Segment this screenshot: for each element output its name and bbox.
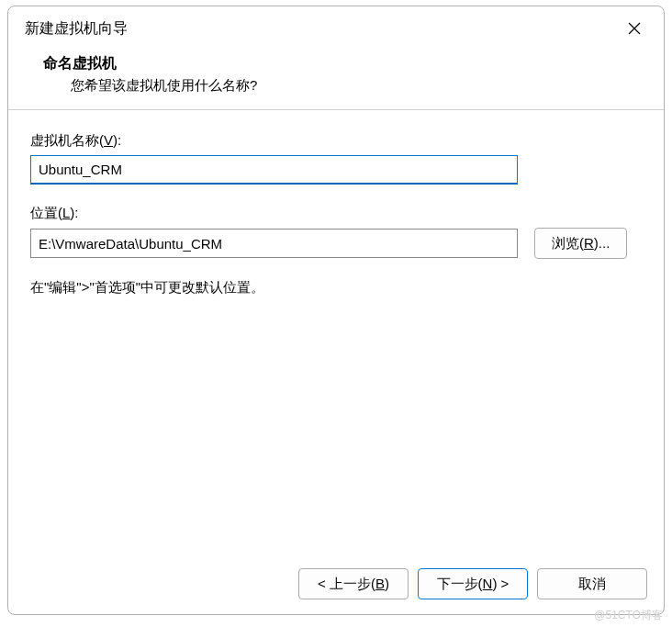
vm-name-input[interactable]	[30, 155, 518, 185]
watermark: @51CTO博客	[594, 608, 663, 623]
wizard-header: 命名虚拟机 您希望该虚拟机使用什么名称?	[8, 47, 664, 109]
next-button[interactable]: 下一步(N) >	[418, 568, 528, 599]
browse-button[interactable]: 浏览(R)...	[534, 228, 627, 259]
cancel-button[interactable]: 取消	[537, 568, 647, 599]
location-hint: 在"编辑">"首选项"中可更改默认位置。	[30, 279, 642, 297]
wizard-step-title: 命名虚拟机	[43, 54, 647, 73]
location-field-group: 位置(L): 浏览(R)...	[30, 205, 642, 259]
close-button[interactable]	[622, 16, 647, 41]
wizard-content: 虚拟机名称(V): 位置(L): 浏览(R)... 在"编辑">"首选项"中可更…	[8, 110, 664, 557]
location-row: 浏览(R)...	[30, 228, 642, 259]
dialog-title: 新建虚拟机向导	[25, 19, 128, 39]
wizard-dialog: 新建虚拟机向导 命名虚拟机 您希望该虚拟机使用什么名称? 虚拟机名称(V): 位…	[7, 6, 665, 615]
wizard-step-subtitle: 您希望该虚拟机使用什么名称?	[43, 77, 647, 95]
vm-name-field-group: 虚拟机名称(V):	[30, 132, 642, 185]
location-input[interactable]	[30, 229, 518, 258]
back-button[interactable]: < 上一步(B)	[298, 568, 409, 599]
wizard-footer: < 上一步(B) 下一步(N) > 取消	[8, 557, 664, 614]
close-icon	[627, 21, 642, 36]
titlebar: 新建虚拟机向导	[8, 6, 664, 47]
vm-name-label: 虚拟机名称(V):	[30, 132, 642, 150]
location-label: 位置(L):	[30, 205, 642, 222]
